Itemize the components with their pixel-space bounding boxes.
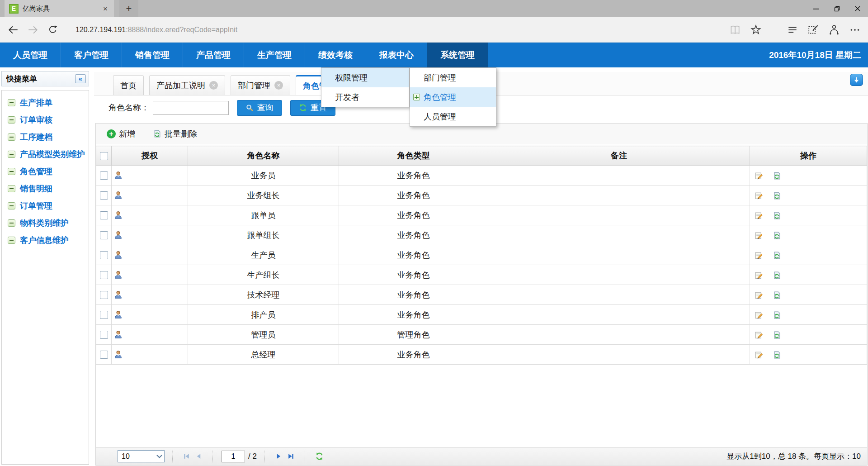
forward-button[interactable] bbox=[26, 23, 40, 37]
authorize-user-icon[interactable] bbox=[114, 271, 123, 279]
more-icon[interactable] bbox=[848, 23, 862, 37]
delete-icon[interactable] bbox=[773, 271, 781, 280]
delete-icon[interactable] bbox=[773, 191, 781, 200]
authorize-user-icon[interactable] bbox=[114, 330, 123, 339]
nav-item[interactable]: 产品管理 bbox=[183, 43, 244, 67]
tab-close-icon[interactable]: × bbox=[209, 81, 218, 90]
reading-view-icon[interactable] bbox=[728, 23, 742, 37]
refresh-button[interactable] bbox=[46, 23, 60, 37]
nav-item[interactable]: 绩效考核 bbox=[305, 43, 366, 67]
content-tab[interactable]: 产品加工说明 × bbox=[149, 75, 225, 95]
content-tab[interactable]: 部门管理 × bbox=[231, 75, 290, 95]
quick-menu-item[interactable]: 角色管理 bbox=[2, 163, 89, 180]
delete-icon[interactable] bbox=[773, 231, 781, 240]
authorize-user-icon[interactable] bbox=[114, 231, 123, 239]
nav-item[interactable]: 人员管理 bbox=[0, 43, 61, 67]
authorize-user-icon[interactable] bbox=[114, 211, 123, 219]
minimize-button[interactable] bbox=[806, 0, 826, 17]
query-button[interactable]: 查询 bbox=[237, 100, 282, 116]
system-menu-item[interactable]: 开发者 bbox=[321, 87, 409, 107]
delete-icon[interactable] bbox=[773, 311, 781, 319]
role-name-cell: 管理员 bbox=[188, 325, 339, 345]
nav-item[interactable]: 系统管理 bbox=[427, 43, 488, 67]
row-checkbox[interactable] bbox=[100, 191, 108, 200]
authorize-user-icon[interactable] bbox=[114, 171, 123, 180]
edit-icon[interactable] bbox=[755, 231, 763, 240]
submenu-item[interactable]: 部门管理 bbox=[410, 68, 496, 87]
row-checkbox[interactable] bbox=[100, 171, 108, 180]
tab-close-icon[interactable]: × bbox=[101, 4, 109, 14]
share-icon[interactable] bbox=[827, 23, 841, 37]
delete-icon[interactable] bbox=[773, 351, 781, 359]
favorites-star-icon[interactable] bbox=[749, 23, 763, 37]
nav-item[interactable]: 销售管理 bbox=[122, 43, 183, 67]
row-checkbox[interactable] bbox=[100, 271, 108, 279]
new-tab-button[interactable]: + bbox=[119, 0, 138, 17]
delete-icon[interactable] bbox=[773, 211, 781, 220]
quick-menu-item[interactable]: 工序建档 bbox=[2, 128, 89, 146]
edit-icon[interactable] bbox=[755, 351, 763, 359]
nav-item[interactable]: 客户管理 bbox=[61, 43, 122, 67]
close-button[interactable] bbox=[847, 0, 868, 17]
quick-menu-item[interactable]: 生产排单 bbox=[2, 94, 89, 111]
delete-icon[interactable] bbox=[773, 251, 781, 260]
select-all-checkbox[interactable] bbox=[100, 152, 108, 160]
role-name-input[interactable] bbox=[153, 101, 229, 115]
sidebar-collapse-button[interactable]: « bbox=[75, 74, 86, 83]
system-menu-item[interactable]: 权限管理 bbox=[321, 68, 409, 87]
row-checkbox[interactable] bbox=[100, 311, 108, 319]
quick-menu-item[interactable]: 物料类别维护 bbox=[2, 214, 89, 232]
hub-icon[interactable] bbox=[786, 23, 799, 37]
quick-menu-item[interactable]: 销售明细 bbox=[2, 180, 89, 197]
delete-icon[interactable] bbox=[773, 171, 781, 180]
content-tab[interactable]: 首页 × bbox=[113, 75, 144, 95]
row-checkbox[interactable] bbox=[100, 351, 108, 359]
next-page-button[interactable] bbox=[275, 452, 283, 460]
row-checkbox[interactable] bbox=[100, 231, 108, 239]
authorize-user-icon[interactable] bbox=[114, 191, 123, 200]
authorize-user-icon[interactable] bbox=[114, 350, 123, 359]
batch-delete-button[interactable]: 批量删除 bbox=[153, 128, 197, 139]
edit-icon[interactable] bbox=[755, 191, 763, 200]
edit-icon[interactable] bbox=[755, 331, 763, 339]
edit-icon[interactable] bbox=[755, 311, 763, 319]
pager-refresh-button[interactable] bbox=[315, 452, 324, 461]
edit-icon[interactable] bbox=[755, 291, 763, 300]
edit-icon[interactable] bbox=[755, 171, 763, 180]
submenu-item[interactable]: 角色管理 bbox=[410, 87, 496, 107]
edit-icon[interactable] bbox=[755, 211, 763, 220]
row-checkbox[interactable] bbox=[100, 291, 108, 299]
nav-item[interactable]: 报表中心 bbox=[366, 43, 427, 67]
authorize-user-icon[interactable] bbox=[114, 251, 123, 259]
browser-tab[interactable]: E 亿尚家具 × bbox=[5, 0, 114, 17]
row-checkbox[interactable] bbox=[100, 211, 108, 219]
page-size-select[interactable]: 10 bbox=[118, 450, 165, 462]
page-number-input[interactable] bbox=[222, 451, 245, 462]
authorize-user-icon[interactable] bbox=[114, 290, 123, 299]
nav-item[interactable]: 生产管理 bbox=[244, 43, 305, 67]
quick-menu-item[interactable]: 订单审核 bbox=[2, 111, 89, 128]
tree-plus-icon bbox=[413, 94, 420, 100]
quick-menu-item[interactable]: 客户信息维护 bbox=[2, 232, 89, 249]
prev-page-button[interactable] bbox=[195, 452, 203, 460]
scroll-down-button[interactable] bbox=[850, 74, 863, 86]
submenu-item[interactable]: 人员管理 bbox=[410, 107, 496, 126]
row-checkbox[interactable] bbox=[100, 331, 108, 339]
first-page-button[interactable] bbox=[183, 452, 190, 460]
last-page-button[interactable] bbox=[287, 452, 295, 460]
add-button[interactable]: + 新增 bbox=[107, 128, 135, 139]
quick-menu-item[interactable]: 订单管理 bbox=[2, 197, 89, 214]
delete-icon[interactable] bbox=[773, 331, 781, 339]
remark-cell bbox=[488, 185, 750, 205]
delete-icon[interactable] bbox=[773, 291, 781, 300]
quick-menu-item[interactable]: 产品模型类别维护 bbox=[2, 146, 89, 163]
address-bar[interactable]: 120.27.194.191:8888/index.ered?reqCode=a… bbox=[75, 26, 721, 34]
row-checkbox[interactable] bbox=[100, 251, 108, 259]
tab-close-icon[interactable]: × bbox=[274, 81, 283, 90]
restore-button[interactable] bbox=[826, 0, 847, 17]
authorize-user-icon[interactable] bbox=[114, 310, 123, 319]
edit-icon[interactable] bbox=[755, 251, 763, 260]
web-note-icon[interactable] bbox=[807, 23, 820, 37]
edit-icon[interactable] bbox=[755, 271, 763, 280]
back-button[interactable] bbox=[6, 23, 20, 37]
